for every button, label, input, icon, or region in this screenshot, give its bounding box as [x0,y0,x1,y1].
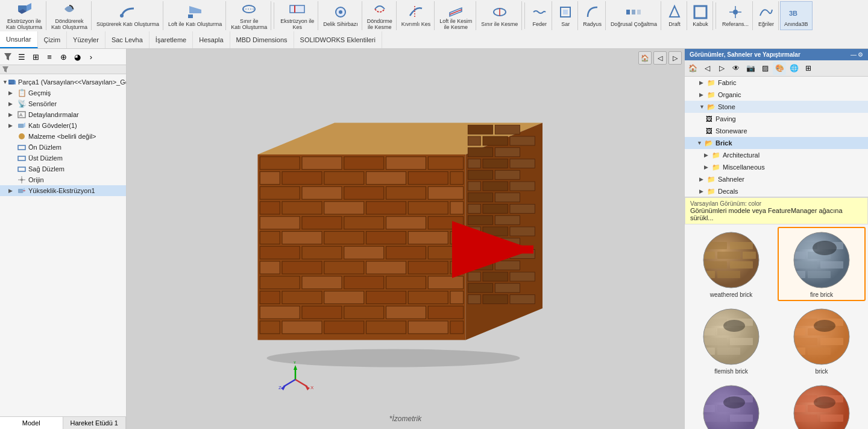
tree-ust-duzlem[interactable]: Üst Düzlem [0,153,126,164]
material-irregular-brick[interactable]: irregular brick [687,380,775,429]
tree-on-duzlem[interactable]: Ön Düzlem [0,142,126,153]
toolbar-loft-cut[interactable]: Loft ile Kesimile Kesme [436,1,476,30]
toolbar-reference[interactable]: Referans... [719,1,753,30]
rp-back-btn[interactable]: ◁ [700,62,714,75]
tab-hesapla[interactable]: Hesapla [193,31,230,48]
rp-status-text: Görünümleri modele veya FeatureManager a… [690,207,863,221]
rp-tree-miscellaneous[interactable]: ▶ 📁 Miscellaneous [685,161,868,173]
material-brick[interactable]: brick [778,303,866,378]
tab-isaretleme[interactable]: İşaretleme [149,31,193,48]
toolbar-curved-cut[interactable]: Kıvrımlı Kes [398,1,435,30]
tree-gecmis[interactable]: ▶ 📋 Geçmiş [0,87,126,98]
lp-list-btn[interactable]: ☰ [15,50,28,63]
toolbar-loft[interactable]: Loft ile Katı Oluşturma [165,1,226,30]
weathered-brick-ball [701,230,761,290]
rp-display-btn[interactable]: ▨ [758,62,772,75]
lp-detail-btn[interactable]: ≡ [43,50,56,63]
toolbar-radyus[interactable]: Radyus [579,1,606,30]
svg-rect-105 [408,291,448,304]
tab-model[interactable]: Model [0,417,63,429]
rp-tree-fabric[interactable]: ▶ 📁 Fabric [685,77,868,89]
tree-sag-duzlem[interactable]: Sağ Düzlem [0,164,126,174]
tree-yukseklik[interactable]: ▶ Yükseklik-Ekstrüzyon1 [0,185,126,196]
lp-filter-btn[interactable] [1,50,14,63]
tree-katigövdeler[interactable]: ▶ Katı Gövdeler(1) [0,120,126,131]
rp-tree-stone[interactable]: ▼ 📂 Stone [685,101,868,113]
material-flemish-brick[interactable]: flemish brick [687,303,775,378]
rp-forward-btn[interactable]: ▷ [715,62,728,75]
toolbar-sar[interactable]: Sar [553,1,578,30]
tab-yuzeyler[interactable]: Yüzeyler [67,31,105,48]
svg-rect-154 [495,284,520,293]
tree-malzeme[interactable]: Malzeme <belirli değil> [0,131,126,142]
toolbar-boundary-cut[interactable]: Sınır ile Kesme [477,1,522,30]
lp-grid-btn[interactable]: ⊞ [29,50,42,63]
rp-miscellaneous-label: Miscellaneous [723,164,765,171]
tree-part-root[interactable]: ▼ Parça1 (Varsayılan<<Varsayılan>_Gc [0,77,126,87]
tree-detaylandirmalar[interactable]: ▶ A Detaylandırmalar [0,109,126,120]
svg-text:Y: Y [293,361,297,365]
viewport-prev-btn[interactable]: ◁ [653,51,667,65]
rp-decal-btn[interactable]: ⊞ [802,62,815,75]
rp-tree-sahneler[interactable]: ▶ 📁 Sahneler [685,173,868,185]
tree-sensorler[interactable]: ▶ 📡 Sensörler [0,98,126,109]
svg-rect-53 [302,157,342,170]
rp-tree-decals[interactable]: ▶ 📁 Decals [685,185,868,197]
svg-rect-133 [468,193,492,202]
material-weathered-brick[interactable]: weathered brick [687,227,775,301]
rp-view-btn[interactable]: 👁 [729,62,743,75]
toolbar-instant3d[interactable]: 3B Anında3B [780,1,813,30]
reference-icon [727,4,744,21]
rp-collapse-btn[interactable]: — [851,51,857,58]
toolbar-boundary[interactable]: Sınır ileKatı Oluşturma [227,1,271,30]
rp-camera-btn[interactable]: 📷 [744,62,757,75]
rp-tree-brick[interactable]: ▼ 📂 Brick [685,137,868,149]
svg-marker-29 [4,53,11,60]
tree-ust-duzlem-label: Üst Düzlem [28,154,63,162]
rp-tree-architectural[interactable]: ▶ 📁 Architectural [685,149,868,161]
toolbar-extrusion[interactable]: Ekstrüzyon ileKatı Oluşturma [2,1,46,30]
rp-appearance-btn[interactable]: 🎨 [773,62,786,75]
toolbar-sweep[interactable]: Süpürerek Katı Oluşturma [93,1,163,30]
toolbar-shell[interactable]: Kabuk [688,1,713,30]
tab-cizim[interactable]: Çizim [38,31,68,48]
svg-marker-5 [189,6,201,13]
toolbar-extrusion-cut[interactable]: Ekstrüzyon ileKes [277,1,318,30]
material-fire-brick[interactable]: fire brick [778,227,866,301]
svg-rect-200 [730,338,753,345]
toolbar-feder[interactable]: Feder [527,1,552,30]
rp-stone-label: Stone [718,103,735,110]
toolbar-curves[interactable]: Eğriler [754,1,779,30]
viewport[interactable]: 🏠 ◁ ▷ [127,49,684,429]
svg-rect-95 [450,261,464,274]
toolbar-linear-pattern[interactable]: Doğrusal Çoğaltma [607,1,661,30]
tab-hareket[interactable]: Hareket Etüdü 1 [63,417,127,429]
toolbar-draft[interactable]: Draft [662,1,687,30]
rp-tree-organic[interactable]: ▶ 📁 Organic [685,89,868,101]
svg-rect-71 [366,202,406,214]
toolbar-revolve-cut[interactable]: Döndürmeile Kesme [363,1,397,30]
toolbar-revolve[interactable]: DöndürerekKatı Oluşturma [48,1,92,30]
viewport-next-btn[interactable]: ▷ [668,51,682,65]
lp-tag-btn[interactable]: ⊕ [57,50,70,63]
lp-expand-btn[interactable]: › [84,50,98,63]
tab-solidworks-eklentileri[interactable]: SOLIDWORKS Eklentileri [294,31,382,48]
svg-rect-177 [730,261,753,269]
radyus-label: Radyus [583,22,602,28]
viewport-home-btn[interactable]: 🏠 [638,51,652,65]
svg-rect-54 [344,157,384,170]
svg-rect-85 [260,246,300,259]
rp-tree-stoneware[interactable]: 🖼 Stoneware [685,125,868,137]
lp-pie-btn[interactable]: ◕ [71,50,84,63]
rp-tree-paving[interactable]: 🖼 Paving [685,113,868,125]
tab-unsurlar[interactable]: Unsurlar [0,31,38,48]
tab-mbd[interactable]: MBD Dimensions [230,31,294,48]
tab-saclevha[interactable]: Sac Levha [105,31,149,48]
rp-settings-btn[interactable]: ⚙ [858,51,863,58]
rp-scene-btn[interactable]: 🌐 [787,62,800,75]
rp-home-btn[interactable]: 🏠 [686,62,699,75]
tree-orijin[interactable]: Orijin [0,174,126,185]
material-red-brick[interactable]: red brick [778,380,866,429]
toolbar-hole-wizard[interactable]: Delik Sihirbazı [319,1,362,30]
axis-indicator: Y X Z [277,361,313,399]
